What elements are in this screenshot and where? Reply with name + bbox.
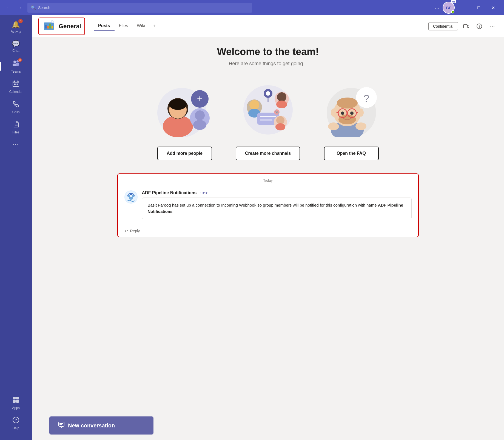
header-right: Confidential i ··· (428, 21, 497, 31)
svg-point-41 (266, 91, 270, 96)
tab-add-button[interactable]: + (150, 21, 159, 31)
message-sender: ADF Pipeline Notifications (142, 190, 197, 195)
sidebar-item-apps[interactable]: Apps (0, 393, 32, 413)
conversation-bar: New conversation (32, 411, 504, 440)
svg-point-70 (350, 112, 354, 115)
sidebar-label-calls: Calls (12, 110, 20, 114)
open-faq-button[interactable]: Open the FAQ (324, 147, 379, 160)
info-button[interactable]: i (474, 21, 484, 31)
sidebar-item-calendar[interactable]: Calendar (0, 77, 32, 96)
svg-text:+: + (197, 93, 203, 104)
svg-point-37 (195, 110, 205, 120)
svg-point-74 (355, 122, 366, 130)
svg-point-0 (13, 61, 16, 63)
more-actions-button[interactable]: ··· (488, 21, 497, 31)
svg-rect-20 (45, 25, 47, 28)
activity-badge: 8 (18, 19, 23, 23)
tab-wiki[interactable]: Wiki (132, 21, 149, 31)
message-row: ADF Pipeline Notifications 13:31 Basit F… (124, 190, 412, 219)
svg-point-69 (341, 112, 344, 115)
action-card-create-channels: 📎 Create more channels (235, 80, 301, 160)
files-icon (12, 121, 19, 129)
teams-badge-dot: @ (18, 58, 22, 62)
svg-point-55 (276, 116, 284, 124)
sidebar-label-chat: Chat (12, 49, 19, 53)
new-conversation-button[interactable]: New conversation (49, 416, 153, 435)
main-layout: 🔔 8 Activity 💬 Chat @ Teams (0, 15, 504, 440)
video-call-button[interactable] (461, 21, 471, 31)
sidebar-item-files[interactable]: Files (0, 118, 32, 137)
apps-icon (12, 396, 19, 405)
svg-text:?: ? (15, 418, 17, 422)
svg-text:📎: 📎 (275, 110, 279, 114)
svg-point-73 (328, 122, 339, 130)
channel-tabs: Posts Files Wiki + (94, 21, 159, 31)
message-section: Today (117, 173, 419, 237)
sidebar-label-files: Files (12, 130, 19, 134)
new-conversation-label: New conversation (68, 422, 115, 429)
svg-point-33 (169, 99, 187, 110)
main-content: Welcome to the team! Here are some thing… (32, 37, 504, 411)
sidebar-item-more[interactable]: ··· (0, 138, 32, 151)
search-icon: 🔍 (31, 5, 36, 10)
forward-button[interactable]: → (15, 3, 24, 12)
svg-point-72 (358, 108, 364, 117)
svg-rect-22 (49, 24, 51, 28)
channel-icon (42, 20, 55, 33)
search-input[interactable] (38, 5, 249, 10)
titlebar: ← → 🔍 ··· MS BF — □ ✕ (0, 0, 504, 15)
svg-rect-79 (59, 422, 64, 426)
online-status-dot (451, 10, 454, 13)
new-conversation-icon (58, 421, 65, 430)
svg-point-44 (249, 100, 259, 110)
sidebar: 🔔 8 Activity 💬 Chat @ Teams (0, 15, 32, 440)
sidebar-item-chat[interactable]: 💬 Chat (0, 37, 32, 55)
add-people-button[interactable]: Add more people (157, 147, 212, 160)
svg-point-62 (337, 98, 358, 108)
back-button[interactable]: ← (4, 3, 13, 12)
message-avatar (124, 190, 138, 204)
tab-files[interactable]: Files (115, 21, 133, 31)
sidebar-item-teams[interactable]: @ Teams (0, 56, 32, 76)
svg-rect-8 (14, 84, 15, 85)
search-bar[interactable]: 🔍 (27, 3, 252, 13)
reply-icon: ↩ (124, 228, 128, 233)
svg-rect-14 (16, 397, 19, 399)
nav-buttons: ← → (4, 3, 24, 12)
sidebar-item-help[interactable]: ? Help (0, 414, 32, 433)
sidebar-item-activity[interactable]: 🔔 8 Activity (0, 18, 32, 36)
svg-rect-9 (15, 84, 16, 85)
sidebar-bottom: Apps ? Help (0, 393, 32, 438)
chat-icon: 💬 (12, 40, 20, 48)
user-avatar-container[interactable]: MS BF (443, 2, 455, 14)
calls-icon (12, 100, 19, 109)
channel-title: General (59, 23, 81, 30)
minimize-button[interactable]: — (458, 3, 471, 13)
actions-row: + Add more people (152, 80, 384, 160)
sidebar-label-help: Help (13, 426, 19, 430)
svg-rect-3 (16, 63, 19, 66)
confidential-button[interactable]: Confidential (428, 22, 458, 30)
sidebar-label-teams: Teams (11, 70, 21, 73)
calendar-icon (12, 80, 19, 89)
date-separator: Today (124, 174, 412, 185)
svg-text:i: i (479, 25, 480, 28)
action-card-faq: ? (318, 80, 384, 160)
close-button[interactable]: ✕ (486, 3, 500, 13)
content-area: General Posts Files Wiki + Confidential (32, 15, 504, 440)
titlebar-right: ··· MS BF — □ ✕ (435, 2, 500, 14)
maximize-button[interactable]: □ (472, 3, 485, 13)
activity-icon: 🔔 8 (12, 21, 20, 28)
channel-name-area: General (38, 18, 85, 35)
reply-area[interactable]: ↩ Reply (118, 225, 418, 237)
svg-rect-23 (52, 26, 53, 28)
create-channels-button[interactable]: Create more channels (236, 147, 300, 160)
message-header: ADF Pipeline Notifications 13:31 (142, 190, 412, 195)
channel-header: General Posts Files Wiki + Confidential (32, 15, 504, 37)
message-thread: ADF Pipeline Notifications 13:31 Basit F… (118, 185, 418, 225)
sidebar-label-activity: Activity (11, 30, 21, 33)
illustration-add-people: + (152, 80, 218, 140)
sidebar-item-calls[interactable]: Calls (0, 98, 32, 117)
more-options-icon[interactable]: ··· (435, 5, 439, 11)
tab-posts[interactable]: Posts (94, 21, 115, 31)
